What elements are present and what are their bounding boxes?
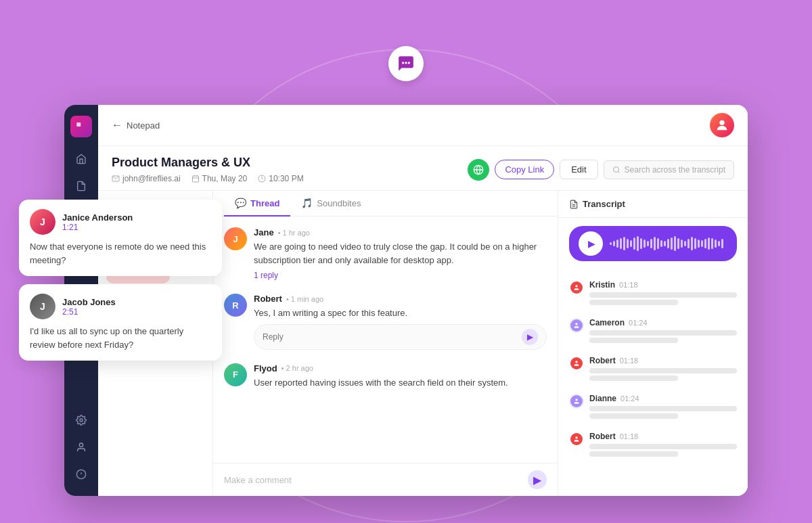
comment-text-robert: Yes, I am writing a spec for this featur… [254, 306, 547, 320]
app-logo [388, 46, 424, 81]
comment-body-jane: Jane • 1 hr ago We are going to need vid… [254, 227, 547, 280]
avatar-janice: J [30, 209, 55, 235]
back-navigation[interactable]: ← Notepad [112, 119, 160, 131]
soundbites-icon: 🎵 [301, 198, 313, 208]
svg-point-10 [719, 120, 724, 125]
transcript-item-dianne: Dianne 01:24 [569, 388, 737, 426]
comment-send-button[interactable]: ▶ [528, 470, 547, 489]
waveform-bar [718, 241, 720, 246]
search-placeholder: Search across the transcript [625, 165, 725, 175]
floating-cards-container: J Janice Anderson 1:21 Now that everyone… [19, 200, 222, 369]
tab-soundbites[interactable]: 🎵 Soundbites [290, 191, 371, 217]
reply-input[interactable] [263, 332, 522, 342]
waveform-bar [610, 242, 612, 245]
soundbite-player: ▶ [569, 226, 737, 261]
comment-placeholder[interactable]: Make a comment [224, 475, 292, 485]
card-text-janice: Now that everyone is remote do we need t… [30, 240, 211, 267]
globe-button[interactable] [468, 159, 489, 181]
avatar-robert2 [569, 356, 584, 371]
waveform-bar [694, 238, 696, 249]
sidebar-item-settings[interactable] [70, 409, 92, 431]
waveform-bar [640, 238, 642, 249]
time-value: 10:30 PM [269, 174, 303, 183]
search-transcript-input[interactable]: Search across the transcript [604, 160, 734, 179]
waveform-bar [687, 239, 690, 248]
back-arrow-icon: ← [112, 119, 122, 131]
waveform-bar [711, 238, 713, 249]
card-name-janice: Janice Anderson [62, 212, 133, 223]
transcript-line-rb1 [589, 444, 737, 449]
reply-send-button[interactable]: ▶ [522, 329, 538, 345]
waveform-bar [715, 240, 717, 248]
transcript-line-d1 [589, 406, 737, 411]
svg-point-5 [80, 419, 83, 422]
user-avatar[interactable] [710, 113, 734, 137]
avatar-dianne [569, 394, 584, 409]
svg-point-1 [405, 62, 407, 64]
svg-point-0 [402, 62, 404, 64]
play-icon: ▶ [588, 238, 595, 249]
transcript-item-cameron: Cameron 01:24 [569, 313, 737, 350]
transcript-item-robert2: Robert 01:18 [569, 350, 737, 388]
card-text-jacob: I'd like us all to sync up on the quarte… [30, 325, 211, 351]
chat-card-jacob: J Jacob Jones 2:51 I'd like us all to sy… [19, 284, 222, 361]
transcript-body-cameron: Cameron 01:24 [589, 318, 737, 345]
transcript-header: Transcript [558, 191, 748, 218]
transcript-item-kristin: Kristin 01:18 [569, 275, 737, 313]
transcript-time-cameron: 01:24 [629, 319, 648, 327]
waveform-bar [630, 240, 632, 247]
waveform-bar [701, 240, 703, 247]
sidebar-item-home[interactable] [70, 148, 92, 170]
avatar-robert3 [569, 432, 584, 447]
reply-input-wrapper: ▶ [254, 324, 547, 350]
waveform-bar [623, 237, 625, 250]
comment-time-jane: • 1 hr ago [278, 229, 310, 237]
reply-count-jane[interactable]: 1 reply [254, 271, 547, 280]
waveform-bar [633, 237, 635, 250]
right-panel: Transcript ▶ [558, 191, 748, 496]
edit-button[interactable]: Edit [560, 160, 597, 179]
transcript-time-dianne: 01:24 [621, 394, 639, 403]
play-button[interactable]: ▶ [579, 231, 603, 256]
waveform-bar [671, 237, 673, 250]
waveform-bar [691, 237, 693, 250]
meeting-date: Thu, May 20 [191, 174, 248, 183]
notepad-label: Notepad [127, 120, 160, 131]
waveform-bar [664, 241, 666, 246]
avatar-robert-comment: R [224, 294, 247, 317]
copy-link-button[interactable]: Copy Link [495, 160, 554, 179]
transcript-line-r1 [589, 368, 737, 373]
transcript-body-dianne: Dianne 01:24 [589, 394, 737, 421]
meeting-meta: john@fireflies.ai Thu, May 20 [112, 174, 304, 183]
transcript-line-d2 [589, 413, 678, 419]
svg-line-20 [618, 171, 619, 173]
sidebar-logo [70, 116, 92, 137]
waveform-bar [704, 239, 706, 248]
comment-name-flyod: Flyod [254, 363, 277, 373]
comment-time-flyod: • 2 hr ago [281, 364, 313, 372]
tab-thread[interactable]: 💬 Thread [224, 191, 290, 217]
transcript-name-dianne: Dianne [589, 394, 616, 403]
transcript-line-c2 [589, 338, 678, 343]
chat-card-janice: J Janice Anderson 1:21 Now that everyone… [19, 200, 222, 276]
sidebar-item-info[interactable] [70, 463, 92, 485]
waveform-bar [637, 236, 639, 251]
waveform-bar [674, 236, 676, 251]
sidebar-item-docs[interactable] [70, 175, 92, 197]
sidebar-item-profile[interactable] [70, 436, 92, 458]
waveform-bar [647, 241, 649, 246]
header-bar: ← Notepad [98, 105, 748, 146]
waveform-bar [698, 240, 700, 248]
transcript-time-kristin: 01:18 [619, 281, 638, 289]
avatar-kristin [569, 280, 584, 295]
transcript-name-kristin: Kristin [589, 280, 615, 290]
tab-thread-label: Thread [250, 198, 279, 208]
waveform-bar [650, 239, 652, 248]
avatar-jacob: J [30, 294, 55, 319]
avatar-jane-comment: J [224, 227, 247, 250]
transcript-line-2 [589, 300, 678, 305]
waveform-bar [667, 239, 669, 248]
card-timestamp-jacob: 2:51 [62, 307, 116, 317]
transcript-line-r2 [589, 376, 678, 381]
comment-text-flyod: User reported having issues with the sea… [254, 376, 547, 390]
